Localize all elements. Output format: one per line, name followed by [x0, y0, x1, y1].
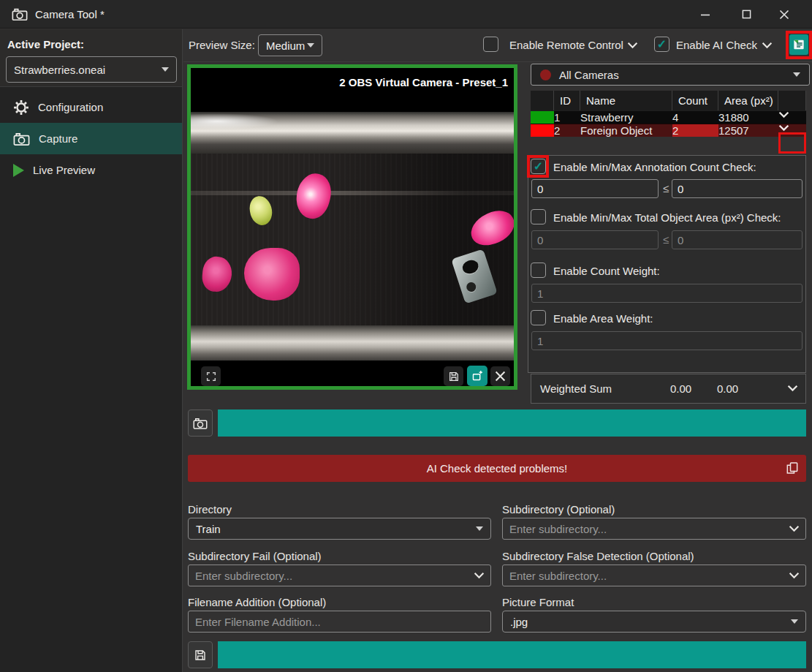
header-area: Area (px²)	[718, 91, 778, 110]
dropdown-caret-icon	[791, 619, 798, 624]
row-expand-button[interactable]	[778, 110, 806, 124]
picture-format-label: Picture Format	[502, 596, 574, 608]
camera-preview: 2 OBS Virtual Camera - Preset_1	[187, 64, 517, 390]
weighted-sum-row: Weighted Sum 0.00 0.00	[531, 374, 806, 404]
cell-count: 4	[672, 110, 718, 124]
capture-photo-button[interactable]	[188, 409, 213, 437]
chevron-down-icon[interactable]	[627, 42, 638, 49]
expand-icon	[205, 371, 217, 382]
directory-value: Train	[196, 523, 221, 535]
sidebar-item-label: Capture	[39, 132, 77, 145]
area-weight-input[interactable]	[531, 331, 802, 350]
check-icon: ✓	[534, 161, 543, 173]
cell-area: 12507	[718, 124, 778, 137]
area-min-input[interactable]	[531, 230, 659, 249]
sidebar-item-live-preview[interactable]: Live Preview	[0, 154, 182, 186]
remote-control-label: Enable Remote Control	[509, 39, 623, 51]
gear-icon	[13, 99, 29, 116]
chevron-down-icon[interactable]	[762, 42, 773, 49]
chevron-down-icon[interactable]	[789, 572, 800, 579]
ai-alert-text: AI Check detected problems!	[427, 462, 568, 475]
maximize-button[interactable]	[729, 0, 763, 29]
preview-camera-label: 2 OBS Virtual Camera - Preset_1	[339, 76, 508, 88]
subdirectory-fail-input[interactable]	[188, 565, 491, 586]
popout-preview-button[interactable]	[467, 366, 487, 386]
floppy-icon	[448, 371, 460, 382]
weighted-sum-count-value: 0.00	[670, 382, 691, 395]
dropdown-caret-icon	[476, 526, 483, 531]
cell-name: Strawberry	[580, 110, 672, 124]
area-weight-label: Enable Area Weight:	[553, 312, 653, 325]
preview-size-select[interactable]: Medium	[258, 34, 322, 56]
play-icon	[13, 164, 24, 177]
count-weight-checkbox[interactable]	[531, 263, 546, 278]
total-area-check-checkbox[interactable]	[531, 209, 546, 224]
save-frame-button[interactable]	[444, 366, 463, 386]
header-name: Name	[580, 91, 672, 110]
window-titlebar: Camera Tool *	[0, 0, 812, 29]
header-expand	[778, 91, 806, 110]
sidebar-nav: Configuration Capture Live Preview	[0, 86, 182, 672]
camera-icon	[13, 132, 30, 146]
close-icon	[495, 371, 506, 382]
close-button[interactable]	[767, 0, 801, 29]
window-title: Camera Tool *	[35, 0, 105, 29]
alert-popout-button[interactable]	[785, 461, 800, 475]
dropdown-caret-icon	[793, 72, 800, 77]
preview-size-label: Preview Size:	[189, 39, 255, 51]
camera-filter-value: All Cameras	[559, 69, 619, 81]
subdirectory-false-input[interactable]	[502, 565, 806, 586]
cell-count-alert: 2	[672, 124, 718, 137]
class-color-swatch	[531, 110, 554, 124]
save-settings-button[interactable]	[188, 641, 213, 668]
total-area-check-label: Enable Min/Max Total Object Area (px²) C…	[553, 211, 781, 224]
count-min-input[interactable]	[531, 179, 659, 198]
annotation-count-check-checkbox[interactable]: ✓	[531, 159, 546, 174]
header-count: Count	[672, 91, 718, 110]
close-preview-button[interactable]	[490, 366, 510, 386]
project-select-value: Strawberries.oneai	[14, 64, 105, 76]
camera-filter-select[interactable]: All Cameras	[531, 64, 810, 86]
conveyor-rail-bottom	[191, 325, 514, 360]
filename-addition-input[interactable]	[188, 611, 491, 633]
bracket-hole	[460, 258, 479, 276]
divider	[183, 61, 812, 62]
lte-symbol: ≤	[663, 233, 669, 246]
ai-check-detail-panel: ✓ Enable Min/Max Annotation Count Check:…	[528, 155, 806, 373]
camera-icon	[193, 417, 208, 430]
area-weight-checkbox[interactable]	[531, 310, 546, 325]
filename-addition-label: Filename Addition (Optional)	[188, 596, 326, 608]
conveyor-belt-scene	[191, 112, 514, 360]
subdirectory-input[interactable]	[502, 518, 806, 540]
dropdown-caret-icon	[162, 67, 169, 72]
chevron-down-icon[interactable]	[789, 525, 800, 532]
picture-format-value: .jpg	[510, 616, 528, 628]
count-weight-input[interactable]	[531, 284, 802, 303]
belt-seam	[191, 191, 514, 195]
conveyor-rail-top	[191, 112, 514, 154]
subdirectory-false-label: Subdirectory False Detection (Optional)	[502, 550, 694, 562]
sidebar-item-capture[interactable]: Capture	[0, 123, 182, 154]
project-select[interactable]: Strawberries.oneai	[6, 56, 177, 83]
subdirectory-fail-label: Subdirectory Fail (Optional)	[188, 550, 322, 562]
row-expand-button[interactable]	[778, 124, 806, 137]
ai-check-checkbox[interactable]: ✓	[654, 37, 669, 52]
active-project-label: Active Project:	[7, 38, 84, 50]
fit-view-button[interactable]	[201, 366, 221, 386]
subdirectory-label: Subdirectory (Optional)	[502, 503, 615, 516]
count-max-input[interactable]	[672, 179, 802, 198]
header-id: ID	[554, 91, 580, 110]
directory-select[interactable]: Train	[188, 518, 491, 540]
floppy-icon	[194, 649, 207, 662]
remote-control-checkbox[interactable]	[483, 37, 498, 52]
ai-report-button[interactable]	[789, 34, 808, 55]
sidebar-item-configuration[interactable]: Configuration	[0, 91, 182, 123]
weighted-sum-area-value: 0.00	[717, 382, 738, 395]
chevron-down-icon[interactable]	[787, 385, 798, 392]
detections-table: ID Name Count Area (px²) 1 Strawberry 4 …	[531, 91, 806, 137]
picture-format-select[interactable]: .jpg	[502, 611, 806, 633]
chevron-down-icon[interactable]	[474, 572, 485, 579]
minimize-button[interactable]	[688, 0, 722, 29]
camera-app-icon	[12, 7, 28, 21]
area-max-input[interactable]	[672, 230, 802, 249]
